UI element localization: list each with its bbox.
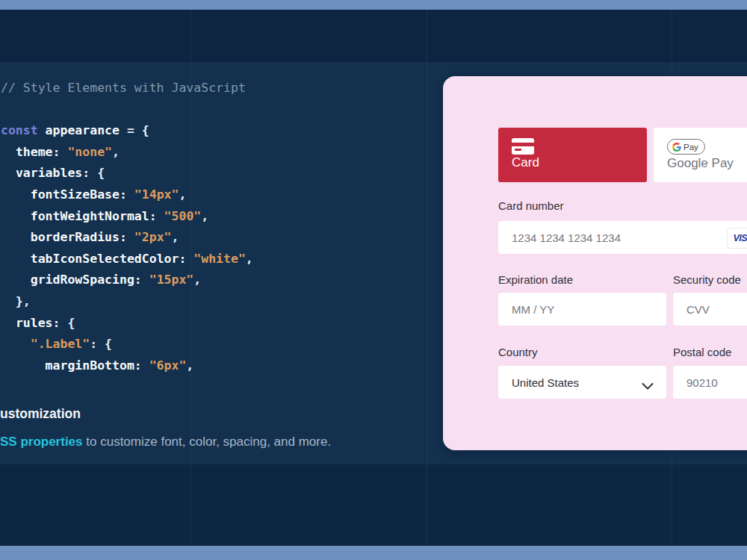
card-number-input[interactable] <box>498 221 747 254</box>
footer-band <box>0 464 747 546</box>
section-heading: ustomization <box>0 406 81 422</box>
section-description-text: to customize font, color, spacing, and m… <box>83 435 332 449</box>
tab-card-label: Card <box>512 155 539 170</box>
header-band <box>0 10 747 62</box>
country-label: Country <box>498 346 538 358</box>
country-select[interactable]: United States <box>498 366 666 399</box>
security-code-input[interactable] <box>673 293 747 326</box>
tab-google-pay-label: Google Pay <box>667 156 734 171</box>
credit-card-icon <box>512 138 534 155</box>
section-description: SS properties to customize font, color, … <box>0 435 331 449</box>
google-g-icon <box>672 143 681 152</box>
tab-google-pay[interactable]: Pay Google Pay <box>654 128 747 182</box>
bottom-accent-bar <box>0 546 747 560</box>
expiration-label: Expiration date <box>498 274 573 286</box>
security-code-label: Security code <box>673 274 741 286</box>
country-select-value: United States <box>512 376 579 389</box>
tab-card[interactable]: Card <box>498 128 647 182</box>
card-number-label: Card number <box>498 200 564 212</box>
postal-code-input[interactable] <box>673 366 747 399</box>
grid-line-vertical <box>427 10 427 546</box>
postal-code-label: Postal code <box>673 346 731 358</box>
code-editor: // Style Elements with JavaScript const … <box>1 78 253 376</box>
checkout-preview-panel: Card Pay Google Pay Card number VISA Exp… <box>443 76 747 450</box>
top-accent-bar <box>0 0 747 10</box>
google-pay-badge-label: Pay <box>684 143 698 152</box>
css-properties-link[interactable]: SS properties <box>0 435 83 449</box>
visa-logo: VISA <box>727 228 747 249</box>
chevron-down-icon <box>642 379 654 392</box>
google-pay-badge: Pay <box>667 139 705 155</box>
expiration-input[interactable] <box>498 293 666 326</box>
